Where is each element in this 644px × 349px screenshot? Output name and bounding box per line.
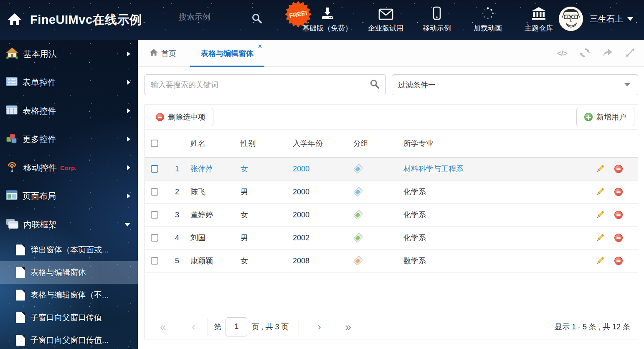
avatar[interactable] <box>558 6 583 31</box>
tab-grid-edit-window[interactable]: 表格与编辑窗体 × <box>190 40 264 67</box>
column-header-gender[interactable]: 性别 <box>231 138 283 148</box>
page-label-prefix: 第 <box>214 322 221 332</box>
user-menu[interactable]: 三生石上 <box>590 13 633 25</box>
file-icon <box>16 267 25 278</box>
delete-icon[interactable] <box>614 188 623 196</box>
sidebar-item-more-controls[interactable]: 更多控件 <box>0 125 138 153</box>
table-row[interactable]: 5 康颖颖 女 2008 数学系 <box>145 250 638 273</box>
cell-gender: 女 <box>231 164 283 174</box>
expand-icon[interactable] <box>626 48 635 59</box>
edit-icon[interactable] <box>596 256 605 265</box>
refresh-icon[interactable] <box>580 48 590 59</box>
sidebar-subitem-label: 子窗口向父窗口传值 <box>30 312 102 323</box>
corp-badge: Corp. <box>60 164 76 171</box>
keyword-search[interactable] <box>145 74 386 95</box>
sidebar-item-page-layout[interactable]: 页面布局 <box>0 182 138 210</box>
sidebar-subitem-popup-window[interactable]: 弹出窗体（本页面或... <box>0 239 138 261</box>
last-page-icon[interactable]: » <box>345 321 351 332</box>
tag-icon <box>353 164 363 173</box>
keyword-search-input[interactable] <box>145 81 370 89</box>
chevron-right-icon <box>127 51 130 56</box>
share-icon[interactable] <box>602 48 613 59</box>
sidebar-item-grid-controls[interactable]: 表格控件 <box>0 97 138 125</box>
nav-item-basic-edition[interactable]: 基础版（免费） <box>302 5 352 33</box>
edit-icon[interactable] <box>596 164 605 173</box>
home-icon[interactable] <box>8 13 22 27</box>
first-page-icon[interactable]: « <box>160 321 166 332</box>
nav-item-theme-repo[interactable]: 主题仓库 <box>521 5 556 33</box>
tag-icon <box>353 187 363 196</box>
column-header-year[interactable]: 入学年份 <box>283 138 344 148</box>
cell-year: 2008 <box>283 257 344 265</box>
search-icon[interactable] <box>251 13 262 25</box>
major-link[interactable]: 化学系 <box>403 233 426 243</box>
nav-item-mobile-demo[interactable]: 移动示例 <box>419 5 454 33</box>
page-number-input[interactable] <box>226 317 247 336</box>
major-link[interactable]: 化学系 <box>403 210 426 220</box>
table-row[interactable]: 3 董婷婷 女 2000 化学系 <box>145 204 638 227</box>
tab-label: 表格与编辑窗体 <box>201 48 254 59</box>
table-row[interactable]: 2 陈飞 男 2000 化学系 <box>145 181 638 204</box>
cell-name: 张萍萍 <box>180 164 231 174</box>
edit-icon[interactable] <box>596 187 605 196</box>
header-search[interactable] <box>179 13 250 22</box>
row-checkbox[interactable] <box>151 211 158 219</box>
sidebar-subitem-grid-edit-window-2[interactable]: 表格与编辑窗体（不... <box>0 284 138 306</box>
column-header-major[interactable]: 所学专业 <box>393 138 591 148</box>
major-link[interactable]: 化学系 <box>403 187 426 197</box>
header-search-input[interactable] <box>179 13 250 22</box>
chevron-right-icon <box>127 194 130 199</box>
major-link[interactable]: 材料科学与工程系 <box>403 164 464 174</box>
cell-name: 陈飞 <box>180 187 231 197</box>
layout-icon <box>6 190 18 202</box>
file-icon <box>16 290 25 301</box>
sidebar-subitem-child-to-parent-2[interactable]: 子窗口向父窗口传值... <box>0 329 138 349</box>
filter-dropdown[interactable]: 过滤条件一 <box>392 74 638 95</box>
column-header-name[interactable]: 姓名 <box>180 138 231 148</box>
search-icon[interactable] <box>370 79 380 91</box>
row-checkbox[interactable] <box>151 165 158 173</box>
row-checkbox[interactable] <box>151 257 158 265</box>
nav-item-enterprise-trial[interactable]: 企业版试用 <box>368 5 403 33</box>
major-link[interactable]: 数学系 <box>403 256 426 266</box>
sidebar-subitem-grid-edit-window[interactable]: 表格与编辑窗体 <box>0 261 138 284</box>
app-window: FineUIMvc在线示例 FREE! 基础版（免费） <box>0 0 644 349</box>
house-icon <box>6 47 18 61</box>
tab-toolbar: </> <box>557 40 635 67</box>
delete-icon[interactable] <box>614 211 623 219</box>
delete-icon[interactable] <box>614 257 623 265</box>
add-user-button[interactable]: 新增用户 <box>576 108 634 126</box>
sidebar-subitem-child-to-parent[interactable]: 子窗口向父窗口传值 <box>0 306 138 329</box>
sidebar-item-label: 更多控件 <box>23 134 56 145</box>
delete-icon[interactable] <box>614 234 623 242</box>
tag-icon <box>353 210 363 219</box>
edit-icon[interactable] <box>596 233 605 242</box>
row-checkbox[interactable] <box>151 234 158 242</box>
sidebar-item-inline-frame[interactable]: 内联框架 <box>0 210 138 239</box>
table-row[interactable]: 1 张萍萍 女 2000 材料科学与工程系 <box>145 158 638 181</box>
column-header-group[interactable]: 分组 <box>344 138 393 148</box>
user-name: 三生石上 <box>590 13 623 25</box>
prev-page-icon[interactable]: ‹ <box>192 322 195 332</box>
select-all-checkbox[interactable] <box>151 140 158 147</box>
table-row[interactable]: 4 刘国 男 2002 化学系 <box>145 227 638 250</box>
app-header: FineUIMvc在线示例 FREE! 基础版（免费） <box>0 0 644 40</box>
edit-icon[interactable] <box>596 210 605 219</box>
sidebar-item-mobile-controls[interactable]: 移动控件 Corp. <box>0 153 138 182</box>
delete-selected-button[interactable]: 删除选中项 <box>148 108 213 126</box>
spinner-icon <box>481 5 494 20</box>
row-number: 2 <box>164 188 180 196</box>
next-page-icon[interactable]: › <box>317 322 321 332</box>
row-checkbox[interactable] <box>151 188 158 196</box>
sidebar-item-form-controls[interactable]: 表单控件 <box>0 68 138 97</box>
sidebar: 基本用法 表单控件 表格控件 更多控件 移动控件 Corp. 页面布局 <box>0 40 138 349</box>
close-icon[interactable]: × <box>258 43 262 50</box>
sidebar-item-basic-usage[interactable]: 基本用法 <box>0 40 138 68</box>
frames-icon <box>6 219 18 230</box>
sidebar-item-label: 页面布局 <box>23 191 56 202</box>
plus-circle-icon <box>584 113 593 121</box>
nav-item-loading-animation[interactable]: 加载动画 <box>470 5 505 33</box>
delete-icon[interactable] <box>614 165 623 173</box>
tab-home[interactable]: 首页 <box>150 40 176 67</box>
code-icon[interactable]: </> <box>557 49 567 58</box>
